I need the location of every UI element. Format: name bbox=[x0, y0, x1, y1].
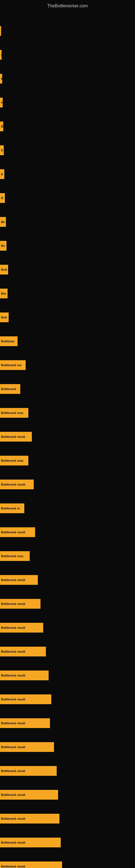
bar-item: Bottleneck result bbox=[0, 663, 135, 685]
bar-item: Bottleneck result bbox=[0, 568, 135, 590]
bar-label: Bottleneck result bbox=[1, 578, 25, 582]
bar-item: Bott bbox=[0, 258, 135, 279]
bar-label: Bottleneck resu bbox=[1, 554, 24, 558]
bar: Bottleneck result bbox=[0, 862, 62, 868]
bar: Bo bbox=[0, 217, 6, 227]
bar-label: Bottleneck result bbox=[1, 626, 25, 629]
bar-label: Bottleneck result bbox=[1, 865, 25, 868]
bar-item: Bottleneck result bbox=[0, 640, 135, 661]
bar: Bottleneck resu bbox=[0, 408, 28, 418]
bar: Bottleneck resu bbox=[0, 456, 28, 465]
bar-item: Bottlenec bbox=[0, 329, 135, 351]
bar-label: Bottleneck re bbox=[1, 507, 20, 510]
bar-label: Bottleneck result bbox=[1, 650, 25, 653]
bar: B bbox=[0, 122, 3, 131]
bar: Bott bbox=[0, 312, 9, 322]
bar-label: Bottlenec bbox=[1, 340, 14, 343]
bar-item: Bo bbox=[0, 210, 135, 231]
bar-label: E bbox=[1, 173, 3, 176]
bar-label: Bottleneck result bbox=[1, 531, 25, 534]
bar: Bo bbox=[0, 241, 6, 251]
bar-item: | bbox=[0, 19, 135, 41]
bar: Bottleneck result bbox=[0, 647, 46, 656]
bar-item: Bottleneck result bbox=[0, 855, 135, 868]
bar-label: Bottleneck result bbox=[1, 698, 25, 701]
bar-item: E bbox=[0, 138, 135, 160]
bar-item: Bott bbox=[0, 305, 135, 327]
bar: Bottleneck result bbox=[0, 432, 32, 442]
bar-item: E bbox=[0, 162, 135, 184]
bar-label: Bottleneck result bbox=[1, 817, 25, 820]
bar-item: Bottleneck res bbox=[0, 353, 135, 375]
bar-label: Bottleneck result bbox=[1, 483, 25, 486]
bar-label: Bottleneck result bbox=[1, 793, 25, 796]
bar-item: Bottleneck resu bbox=[0, 448, 135, 470]
bar-item: E bbox=[0, 67, 135, 88]
bar-item: Bottleneck result bbox=[0, 783, 135, 805]
bar-label: H bbox=[1, 101, 3, 104]
bar-label: Bottleneck resu bbox=[1, 411, 24, 414]
bar: | bbox=[0, 26, 1, 36]
bar-item: Bottleneck resu bbox=[0, 544, 135, 566]
bar-label: E bbox=[1, 77, 2, 80]
bar-item: B bbox=[0, 115, 135, 136]
bar-label: Bo bbox=[1, 244, 5, 247]
bar-item: Bottleneck result bbox=[0, 687, 135, 709]
bar: Bottleneck result bbox=[0, 694, 51, 704]
bar-item: Bottleneck result bbox=[0, 711, 135, 733]
bar: Bottleneck result bbox=[0, 479, 34, 489]
bar-item: | bbox=[0, 43, 135, 65]
bar-item: Bottleneck result bbox=[0, 831, 135, 852]
bar-item: H bbox=[0, 91, 135, 112]
bar-item: Bottleneck result bbox=[0, 759, 135, 781]
bar-item: Bottleneck bbox=[0, 377, 135, 399]
bar-item: B bbox=[0, 186, 135, 208]
bar-item: Bottleneck result bbox=[0, 425, 135, 446]
bar-label: Bottleneck bbox=[1, 388, 16, 391]
bar: E bbox=[0, 145, 4, 155]
bar-label: Bott bbox=[1, 316, 7, 319]
bar: Bottleneck result bbox=[0, 838, 61, 847]
bar-label: Bott bbox=[1, 268, 7, 271]
bar: E bbox=[0, 74, 2, 84]
bar: Bottleneck res bbox=[0, 360, 26, 370]
bar: Bottleneck result bbox=[0, 575, 38, 585]
bar-label: | bbox=[1, 53, 2, 56]
bar-label: B bbox=[1, 125, 3, 128]
bar: Bottleneck result bbox=[0, 718, 50, 728]
bar: Bot bbox=[0, 289, 8, 299]
bar-label: Bot bbox=[1, 292, 6, 295]
bar-label: Bottleneck result bbox=[1, 745, 25, 749]
bar: Bottleneck result bbox=[0, 742, 54, 752]
bar-label: Bottleneck result bbox=[1, 435, 25, 438]
bar: H bbox=[0, 98, 3, 107]
bar-item: Bottleneck result bbox=[0, 592, 135, 614]
bar: Bottleneck result bbox=[0, 623, 43, 632]
bar-item: Bot bbox=[0, 282, 135, 303]
bar-label: Bottleneck result bbox=[1, 674, 25, 677]
bar-label: Bottleneck result bbox=[1, 602, 25, 606]
bar-item: Bottleneck re bbox=[0, 496, 135, 518]
bar-label: Bottleneck result bbox=[1, 841, 25, 844]
bar-item: Bottleneck result bbox=[0, 520, 135, 542]
bar: Bottlenec bbox=[0, 336, 17, 346]
bar: E bbox=[0, 169, 4, 179]
bar: Bottleneck result bbox=[0, 599, 41, 609]
bar-item: Bottleneck result bbox=[0, 735, 135, 757]
bar: Bottleneck result bbox=[0, 790, 58, 800]
bar: Bottleneck re bbox=[0, 503, 24, 513]
bar-label: Bo bbox=[1, 220, 5, 223]
bar-label: Bottleneck resu bbox=[1, 459, 24, 462]
bar: Bott bbox=[0, 265, 8, 275]
bar-label: B bbox=[1, 196, 3, 199]
bar-label: Bottleneck result bbox=[1, 769, 25, 773]
bar-label: Bottleneck res bbox=[1, 364, 21, 367]
bar: Bottleneck result bbox=[0, 671, 49, 680]
bar-item: Bottleneck result bbox=[0, 807, 135, 828]
bar: Bottleneck result bbox=[0, 814, 59, 824]
bar: Bottleneck resu bbox=[0, 551, 30, 561]
bar-label: Bottleneck result bbox=[1, 721, 25, 725]
bar: | bbox=[0, 50, 2, 60]
bar: Bottleneck result bbox=[0, 766, 57, 776]
bar: Bottleneck result bbox=[0, 527, 35, 537]
